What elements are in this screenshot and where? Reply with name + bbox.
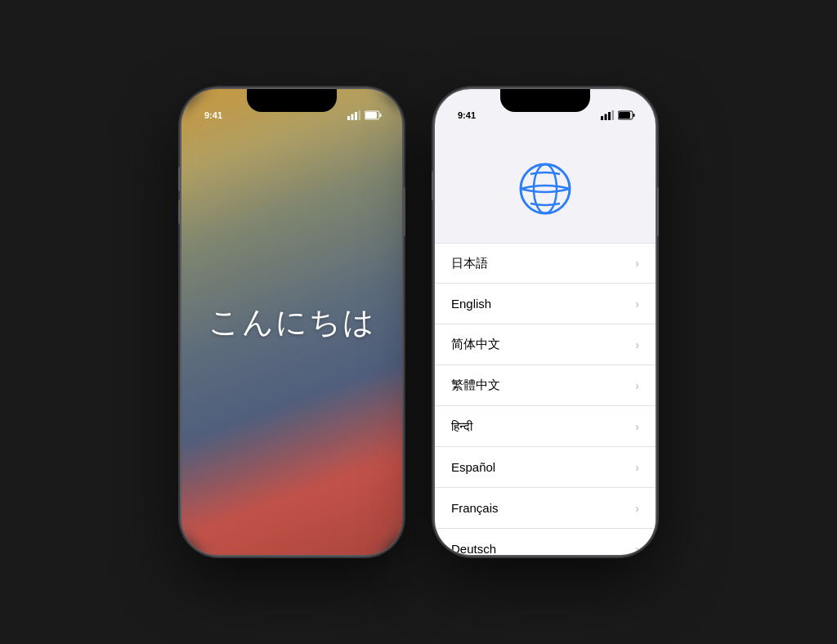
- greeting-text: こんにちは: [208, 302, 376, 343]
- language-name: Deutsch: [451, 542, 496, 555]
- language-screen: 9:41: [435, 89, 656, 555]
- chevron-right-icon: ›: [635, 461, 639, 474]
- language-list: 日本語›English›简体中文›繁體中文›हिन्दी›Español›Fra…: [435, 243, 656, 555]
- svg-rect-7: [601, 116, 603, 120]
- svg-rect-1: [351, 114, 354, 121]
- right-notch: [500, 89, 590, 112]
- chevron-right-icon: ›: [635, 543, 639, 556]
- language-name: 简体中文: [451, 337, 500, 352]
- right-status-time: 9:41: [451, 97, 476, 120]
- svg-rect-5: [365, 112, 377, 119]
- language-item[interactable]: 繁體中文›: [435, 365, 656, 406]
- language-name: Español: [451, 460, 495, 474]
- svg-rect-2: [355, 112, 357, 120]
- language-item[interactable]: 日本語›: [435, 243, 656, 284]
- language-item[interactable]: हिन्दी›: [435, 406, 656, 447]
- language-name: हिन्दी: [451, 419, 472, 434]
- language-item[interactable]: Français›: [435, 488, 656, 529]
- left-phone: 9:41 こんにちは: [181, 89, 402, 555]
- svg-rect-6: [380, 114, 382, 117]
- notch: [247, 89, 337, 112]
- battery-icon: [365, 110, 383, 120]
- language-name: 繁體中文: [451, 378, 500, 393]
- language-item[interactable]: Español›: [435, 447, 656, 488]
- language-item[interactable]: English›: [435, 284, 656, 324]
- left-phone-screen: 9:41 こんにちは: [181, 89, 402, 555]
- chevron-right-icon: ›: [635, 379, 639, 392]
- chevron-right-icon: ›: [635, 502, 639, 515]
- wallpaper: 9:41 こんにちは: [181, 89, 402, 555]
- svg-rect-10: [612, 110, 615, 120]
- language-item[interactable]: Deutsch›: [435, 529, 656, 555]
- language-name: 日本語: [451, 256, 488, 271]
- language-item[interactable]: 简体中文›: [435, 324, 656, 365]
- right-phone: 9:41: [435, 89, 656, 555]
- signal-icon: [347, 110, 360, 120]
- svg-rect-13: [633, 114, 635, 117]
- language-name: English: [451, 297, 491, 311]
- language-content: 日本語›English›简体中文›繁體中文›हिन्दी›Español›Fra…: [435, 130, 656, 555]
- signal-icon: [601, 110, 614, 120]
- svg-rect-12: [619, 112, 630, 119]
- language-name: Français: [451, 501, 499, 515]
- battery-icon: [618, 110, 636, 120]
- globe-icon: [519, 163, 571, 218]
- svg-rect-3: [359, 110, 361, 120]
- svg-rect-8: [605, 114, 607, 121]
- chevron-right-icon: ›: [635, 420, 639, 433]
- chevron-right-icon: ›: [635, 338, 639, 351]
- right-phone-screen: 9:41: [435, 89, 656, 555]
- svg-rect-9: [608, 112, 611, 120]
- chevron-right-icon: ›: [635, 257, 639, 270]
- chevron-right-icon: ›: [635, 297, 639, 311]
- svg-rect-0: [347, 116, 350, 120]
- left-status-time: 9:41: [198, 97, 222, 120]
